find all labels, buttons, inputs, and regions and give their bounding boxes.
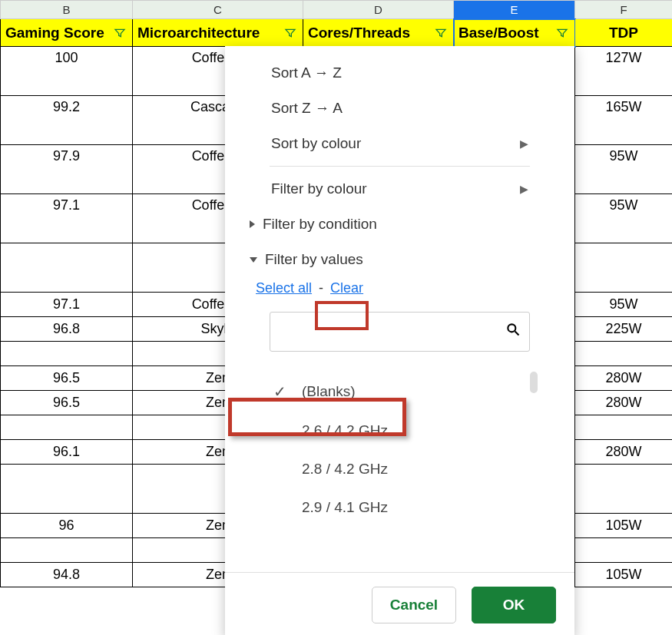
header-label: Base/Boost [458, 25, 539, 41]
triangle-right-icon [250, 220, 255, 228]
col-letter-C[interactable]: C [133, 1, 303, 19]
cell[interactable]: 99.2 [1, 96, 133, 145]
search-icon [505, 322, 521, 342]
filter-icon[interactable] [283, 25, 298, 41]
filter-value-item[interactable]: ✓(Blanks) [225, 372, 574, 412]
header-tdp[interactable]: TDP [575, 19, 673, 47]
select-clear-row: Select all - Clear [225, 277, 574, 304]
cell[interactable] [1, 538, 133, 563]
header-microarchitecture[interactable]: Microarchitecture [133, 19, 303, 47]
header-base-boost[interactable]: Base/Boost [454, 19, 575, 47]
cell[interactable] [575, 415, 673, 440]
cell[interactable]: 95W [575, 194, 673, 243]
cell[interactable] [575, 243, 673, 293]
col-letter-F[interactable]: F [575, 1, 673, 19]
dash: - [319, 280, 323, 296]
select-all-link[interactable]: Select all [256, 280, 312, 296]
cancel-button[interactable]: Cancel [372, 587, 456, 623]
scrollbar-thumb[interactable] [530, 372, 538, 393]
sort-by-colour[interactable]: Sort by colour ▶ [225, 126, 574, 161]
cell[interactable]: 105W [575, 514, 673, 538]
header-label: Microarchitecture [137, 25, 260, 41]
header-label: Gaming Score [5, 25, 104, 41]
panel-footer: Cancel OK [225, 572, 574, 635]
ok-button[interactable]: OK [472, 587, 556, 623]
sort-az[interactable]: Sort A → Z [225, 55, 574, 91]
cell[interactable] [1, 342, 133, 366]
clear-link[interactable]: Clear [330, 280, 363, 296]
triangle-down-icon [250, 257, 257, 263]
cell[interactable] [575, 465, 673, 514]
header-row: Gaming Score Microarchitecture Cores/Thr… [1, 19, 673, 47]
cell[interactable]: 105W [575, 563, 673, 587]
filter-value-label: 2.6 / 4.2 GHz [302, 422, 388, 439]
filter-by-values[interactable]: Filter by values [225, 242, 574, 277]
cell[interactable] [1, 415, 133, 440]
cell[interactable]: 97.1 [1, 194, 133, 243]
filter-icon[interactable] [433, 25, 449, 41]
column-letter-row: B C D E F [1, 1, 673, 19]
cell[interactable]: 96.5 [1, 391, 133, 415]
cell[interactable] [1, 243, 133, 293]
col-letter-B[interactable]: B [1, 1, 133, 19]
cell[interactable]: 96.8 [1, 317, 133, 342]
header-label: Cores/Threads [308, 25, 410, 41]
cell[interactable]: 96.5 [1, 366, 133, 391]
cell[interactable]: 97.9 [1, 145, 133, 194]
filter-dropdown-panel: Sort A → Z Sort Z → A Sort by colour ▶ F… [225, 46, 574, 635]
svg-point-0 [508, 324, 515, 332]
col-letter-D[interactable]: D [303, 1, 454, 19]
cell[interactable]: 96 [1, 514, 133, 538]
filter-icon[interactable] [554, 25, 570, 41]
cell[interactable] [575, 342, 673, 366]
cell[interactable]: 280W [575, 366, 673, 391]
filter-value-label: 2.9 / 4.1 GHz [302, 499, 388, 516]
divider [270, 166, 530, 167]
cell[interactable]: 280W [575, 391, 673, 415]
cell[interactable] [575, 538, 673, 563]
filter-by-colour[interactable]: Filter by colour ▶ [225, 171, 574, 207]
col-letter-E[interactable]: E [454, 1, 575, 19]
cell[interactable]: 100 [1, 47, 133, 96]
filter-value-label: (Blanks) [302, 383, 356, 400]
filter-icon[interactable] [112, 25, 127, 41]
header-gaming-score[interactable]: Gaming Score [1, 19, 133, 47]
cell[interactable]: 95W [575, 293, 673, 317]
cell[interactable]: 94.8 [1, 563, 133, 587]
filter-search-wrap [270, 312, 530, 352]
header-cores-threads[interactable]: Cores/Threads [303, 19, 454, 47]
filter-search-input[interactable] [270, 312, 530, 352]
filter-value-label: 2.8 / 4.2 GHz [302, 461, 388, 478]
cell[interactable]: 280W [575, 440, 673, 465]
svg-line-1 [515, 332, 519, 336]
cell[interactable]: 95W [575, 145, 673, 194]
check-icon: ✓ [270, 382, 290, 401]
chevron-right-icon: ▶ [520, 183, 528, 195]
header-label: TDP [609, 25, 638, 41]
cell[interactable]: 96.1 [1, 440, 133, 465]
filter-value-item[interactable]: 2.6 / 4.2 GHz [225, 412, 574, 450]
cell[interactable]: 165W [575, 96, 673, 145]
filter-by-condition[interactable]: Filter by condition [225, 207, 574, 242]
cell[interactable]: 127W [575, 47, 673, 96]
cell[interactable]: 225W [575, 317, 673, 342]
cell[interactable] [1, 465, 133, 514]
filter-value-item[interactable]: 2.8 / 4.2 GHz [225, 450, 574, 488]
filter-value-item[interactable]: 2.9 / 4.1 GHz [225, 488, 574, 527]
sort-za[interactable]: Sort Z → A [225, 91, 574, 126]
filter-values-list[interactable]: ✓(Blanks)2.6 / 4.2 GHz2.8 / 4.2 GHz2.9 /… [225, 369, 574, 572]
cell[interactable]: 97.1 [1, 293, 133, 317]
chevron-right-icon: ▶ [520, 137, 528, 150]
